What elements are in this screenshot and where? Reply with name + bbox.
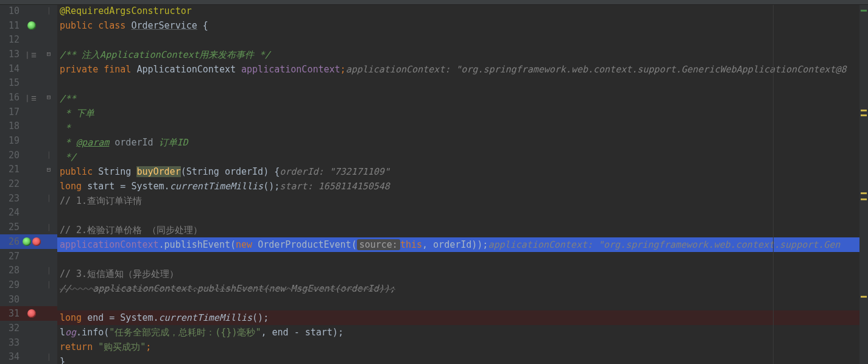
fold-indicator[interactable] xyxy=(43,354,55,360)
kw-public: public xyxy=(60,166,98,177)
doc-indicator-icon xyxy=(27,49,36,60)
line-comment: // 2.检验订单价格 （同步处理） xyxy=(60,225,202,236)
fold-indicator[interactable] xyxy=(43,93,55,101)
gutter-row[interactable]: 10 xyxy=(0,4,57,18)
kw-long: long xyxy=(60,312,87,323)
gutter-breakpoint-icon[interactable] xyxy=(27,309,36,318)
line-comment: // 3.短信通知（异步处理） xyxy=(60,268,178,280)
type: ApplicationContext xyxy=(136,64,241,75)
gutter-row[interactable]: 30 xyxy=(0,292,57,307)
kw-return: return xyxy=(60,341,98,352)
gutter-row[interactable]: 18 xyxy=(0,119,57,134)
gutter[interactable]: 1011121314151617181920212223242526272829… xyxy=(0,0,57,364)
gutter-run-icon[interactable] xyxy=(23,237,31,246)
inline-hint-value: orderId: "732171109" xyxy=(280,166,390,177)
code-area[interactable]: @RequiredArgsConstructor public class Or… xyxy=(57,0,868,364)
kw-this: this xyxy=(400,239,422,250)
breakpoint-line: long end = System.currentTimeMillis(); xyxy=(57,310,868,325)
brace: { xyxy=(197,20,208,31)
gutter-row[interactable]: 25 xyxy=(0,220,57,234)
line-number: 33 xyxy=(0,337,21,348)
overview-marker[interactable] xyxy=(861,114,867,116)
line-number: 13 xyxy=(0,49,21,60)
fold-indicator[interactable] xyxy=(43,267,55,274)
gutter-row[interactable]: 15 xyxy=(0,75,57,90)
gutter-row[interactable]: 26 xyxy=(0,234,57,249)
line-number: 12 xyxy=(0,34,21,45)
gutter-row[interactable]: 19 xyxy=(0,133,57,148)
line-number: 26 xyxy=(0,236,21,247)
commented-out-code: // applicationContext.publishEvent(new M… xyxy=(60,283,395,294)
overview-marker[interactable] xyxy=(861,296,867,298)
method-name: buyOrder xyxy=(136,166,180,177)
gutter-row[interactable]: 34 xyxy=(0,350,57,365)
gutter-breakpoint-icon[interactable] xyxy=(32,237,41,246)
fold-indicator[interactable] xyxy=(43,7,55,14)
gutter-row[interactable]: 21 xyxy=(0,163,57,177)
gutter-row[interactable]: 23 xyxy=(0,191,57,206)
doc-comment: */ xyxy=(60,152,76,163)
gutter-row[interactable]: 28 xyxy=(0,263,57,278)
kw-class: class xyxy=(98,20,131,31)
overview-marker[interactable] xyxy=(861,10,867,12)
fold-indicator[interactable] xyxy=(43,281,55,288)
fold-indicator[interactable] xyxy=(43,152,55,158)
gutter-marks[interactable] xyxy=(21,49,43,60)
gutter-row[interactable]: 17 xyxy=(0,105,57,119)
brace-close: } xyxy=(60,356,65,364)
line-number: 34 xyxy=(0,351,21,362)
gutter-row[interactable]: 29 xyxy=(0,278,57,292)
line-number: 10 xyxy=(0,5,21,16)
fold-indicator[interactable] xyxy=(43,50,55,58)
kw-private: private xyxy=(60,64,104,75)
doc-comment: /** xyxy=(60,93,76,104)
fold-indicator[interactable] xyxy=(43,166,55,173)
overview-strip[interactable] xyxy=(859,0,868,364)
kw-final: final xyxy=(104,64,136,75)
gutter-marks[interactable] xyxy=(21,309,43,318)
line-number: 30 xyxy=(0,294,21,305)
line-number: 25 xyxy=(0,222,21,233)
current-exec-line: applicationContext.publishEvent(new Orde… xyxy=(57,237,868,252)
kw-new: new xyxy=(236,239,258,250)
doc-indicator-icon xyxy=(27,92,36,103)
fold-indicator[interactable] xyxy=(43,195,55,201)
gutter-row[interactable]: 16 xyxy=(0,90,57,105)
annotation: @RequiredArgsConstructor xyxy=(60,5,192,16)
overview-marker[interactable] xyxy=(861,198,867,200)
line-number: 22 xyxy=(0,178,21,189)
overview-marker[interactable] xyxy=(861,192,867,194)
gutter-row[interactable]: 33 xyxy=(0,335,57,350)
line-number: 32 xyxy=(0,323,21,334)
string-literal: "任务全部完成，总耗时：({})毫秒" xyxy=(109,327,261,338)
gutter-row[interactable]: 24 xyxy=(0,206,57,220)
gutter-row[interactable]: 32 xyxy=(0,321,57,335)
gutter-marks[interactable] xyxy=(21,21,43,30)
gutter-run-icon[interactable] xyxy=(27,21,36,30)
gutter-row[interactable]: 22 xyxy=(0,177,57,191)
inline-hint-value: applicationContext: "org.springframework… xyxy=(488,239,840,250)
gutter-marks[interactable] xyxy=(21,92,43,103)
line-number: 11 xyxy=(0,20,21,31)
gutter-row[interactable]: 11 xyxy=(0,18,57,33)
overview-marker[interactable] xyxy=(861,110,867,111)
line-number: 24 xyxy=(0,207,21,218)
gutter-row[interactable]: 13 xyxy=(0,47,57,61)
kw-long: long xyxy=(60,181,87,192)
param-hint: source: xyxy=(357,239,400,250)
method-call: currentTimeMillis xyxy=(159,312,253,323)
gutter-row[interactable]: 27 xyxy=(0,249,57,264)
doc-tag: @param xyxy=(76,137,109,148)
line-number: 15 xyxy=(0,77,21,88)
gutter-row[interactable]: 20 xyxy=(0,148,57,163)
fold-indicator[interactable] xyxy=(43,224,55,231)
kw-public: public xyxy=(60,20,98,31)
editor-tabstrip[interactable] xyxy=(0,0,868,5)
field: applicationContext xyxy=(241,64,340,75)
gutter-row[interactable]: 14 xyxy=(0,61,57,76)
gutter-marks[interactable] xyxy=(21,237,43,246)
line-number: 14 xyxy=(0,63,21,74)
doc-param-name: orderId xyxy=(115,137,153,148)
gutter-row[interactable]: 12 xyxy=(0,32,57,47)
gutter-row[interactable]: 31 xyxy=(0,306,57,321)
